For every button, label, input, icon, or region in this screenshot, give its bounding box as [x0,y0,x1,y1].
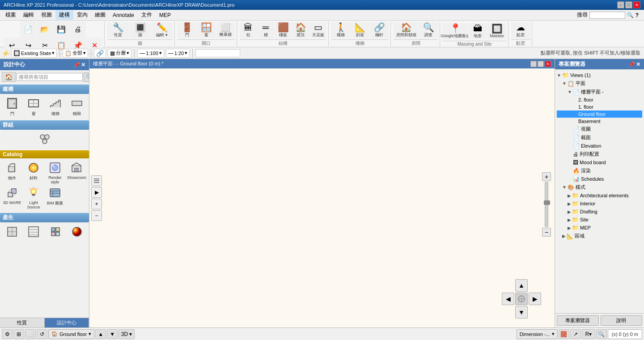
status-zoom-btn[interactable]: 🔍 [596,329,607,339]
tree-item-render[interactable]: 🔥 渲染 [557,166,642,175]
catalog-item-material[interactable]: 材料 [23,161,44,185]
status-3d-btn[interactable]: 3D ▾ [119,329,135,339]
tb-railing[interactable]: 🔗 欄杆 [370,22,389,38]
catalog-item-showroom[interactable]: Showroom [66,161,87,185]
tb-edit[interactable]: ✏️ 編輯 ▾ [151,22,173,38]
tb-room-area[interactable]: 🏠 房間和類積 [394,22,419,38]
tree-item-floor1[interactable]: 1. floor [557,103,642,110]
tb-wall[interactable]: 🔳 牆 [129,22,151,38]
catalog-item-3dware[interactable]: 3D WARE [2,186,22,210]
sidebar-item-window[interactable]: 窗 [23,97,44,118]
tree-item-styles[interactable]: ▼ 🎨 樣式 [557,183,642,191]
sidebar-item-group[interactable] [2,132,87,148]
status-snap-btn[interactable]: ⬜ [25,329,36,339]
tb-column[interactable]: 🏛 柱 [240,22,257,38]
tree-item-arch[interactable]: ▶ 📁 Architectural elements [557,191,642,200]
status-grid-btn[interactable]: ⊞ [13,329,24,339]
sidebar-search-input[interactable] [17,73,83,81]
tb-pointcloud[interactable]: ☁ 點雲 [511,22,530,38]
tb-print[interactable]: 🖨 [70,21,86,38]
nav-list-btn[interactable] [91,175,102,186]
sidebar-item-stair[interactable]: 樓梯 [45,97,66,118]
tree-item-elevation[interactable]: 📄 Elevation [557,142,642,150]
sidebar-search-button[interactable]: 🔍 [84,72,89,82]
generate-item-1[interactable] [2,225,22,240]
dimension-selector[interactable]: Dimension -... ▾ [517,329,558,339]
nav-zoom-plus-btn[interactable]: + [91,199,102,209]
tree-item-zone[interactable]: ▶ 📐 區域 [557,232,642,240]
generate-item-3[interactable] [45,225,66,240]
tb-stair[interactable]: 🚶 樓梯 [331,22,350,38]
help-icon[interactable]: ? [636,12,639,18]
tree-item-interior[interactable]: ▶ 📁 Interior [557,200,642,208]
zoom-minus-btn[interactable]: − [542,228,551,237]
right-panel-pin-icon[interactable]: 📌 [628,61,635,68]
status-down-btn[interactable]: ▼ [107,329,118,339]
pan-up-btn[interactable]: ▲ [515,279,528,292]
sidebar-tab-design-center[interactable]: 設計中心 [45,318,89,327]
catalog-item-object[interactable]: 物件 [2,161,22,185]
sidebar-home-button[interactable]: 🏠 [2,72,16,82]
tb-beam[interactable]: ═ 樑 [257,22,274,38]
menu-view[interactable]: 視圖 [38,10,55,20]
existing-state-selector[interactable]: 🔲 Existing State ▾ [11,49,57,58]
catalog-item-light[interactable]: Light Source [23,186,44,210]
pan-left-btn[interactable]: ◀ [502,293,514,305]
tree-item-basement[interactable]: Basement [557,118,642,125]
menu-document[interactable]: 文件 [138,10,156,20]
generate-item-4[interactable] [67,225,87,240]
pan-down-btn[interactable]: ▼ [515,306,528,319]
menu-build[interactable]: 建構 [55,10,73,20]
pan-right-btn[interactable]: ▶ [529,293,541,305]
status-brick-btn[interactable]: 🧱 [559,329,569,339]
tb-open[interactable]: 📂 [37,21,53,38]
tb-ceiling[interactable]: ▭ 天花板 [309,22,326,38]
tree-item-drafting[interactable]: ▶ 📁 Drafting [557,208,642,216]
menu-annotate[interactable]: Annotate [109,11,138,19]
sidebar-item-door[interactable]: 門 [2,97,22,118]
layers-selector[interactable]: 📋 全部 ▾ [63,49,88,58]
catalog-item-bim[interactable]: BIM 圖書 [45,186,65,210]
tb-save[interactable]: 💾 [53,21,69,38]
project-browser-tab[interactable]: 專案瀏覽器 [557,315,599,326]
zoom-plus-btn[interactable]: + [542,172,551,181]
status-rotate-btn[interactable]: ↺ [37,329,47,339]
tree-item-floor2[interactable]: 2. floor [557,96,642,103]
sidebar-item-corridor[interactable]: 輔廊 [67,97,87,118]
catalog-item-render[interactable]: Render style [45,161,65,185]
canvas-close-btn[interactable]: ✕ [545,61,551,67]
status-settings-btn[interactable]: ⚙ [2,329,13,339]
search-input[interactable] [589,12,625,19]
menu-file[interactable]: 檔案 [2,10,20,20]
maximize-button[interactable]: □ [625,1,632,8]
status-compass-btn[interactable]: ↗ [570,329,581,339]
tb-survey[interactable]: 🔍 調查 [419,22,438,38]
zoom-thumb[interactable] [544,200,550,205]
sidebar-pin-icon[interactable]: 📌 [73,62,80,68]
close-button[interactable]: ✕ [633,1,640,8]
tree-item-mood-board[interactable]: 🖼 Mood board [557,158,642,166]
tree-item-ground-floor[interactable]: Ground floor [557,110,642,118]
scale1-selector[interactable]: — 1:100 ▾ [137,49,164,58]
tb-door[interactable]: 🚪 門 [178,22,196,38]
help-tab[interactable]: 說明 [601,315,643,326]
menu-draw[interactable]: 繪圖 [91,10,109,20]
tb-roof[interactable]: 🏠 屋頂 [292,22,309,38]
zoom-slider[interactable] [545,182,548,227]
tree-item-floor-plan[interactable]: ▼ 📄 樓層平面 - [557,88,642,96]
tree-item-print[interactable]: 🖨 列印配置 [557,150,642,158]
tree-item-schedules[interactable]: 📊 Schedules [557,175,642,183]
generate-item-2[interactable] [23,225,44,240]
tb-masses[interactable]: 🔲 Masses [487,23,506,39]
link-icon-btn[interactable]: 🔗 [94,49,106,58]
layers-icon-btn[interactable]: ▦ 分層 ▾ [108,49,131,58]
menu-mep[interactable]: MEP [156,11,174,19]
tb-curtain-wall[interactable]: ⬜ 帷幕牆 [216,22,235,38]
tree-item-site[interactable]: ▶ 📁 Site [557,216,642,224]
canvas-maximize-btn[interactable]: □ [538,61,544,67]
sidebar-tab-properties[interactable]: 性質 [0,318,45,327]
canvas-content[interactable]: ▶ + − ▲ ◀ ▶ ▼ + [89,68,555,327]
tree-item-view[interactable]: 📄 視圖 [557,125,642,133]
menu-interior[interactable]: 室內 [73,10,91,20]
props-input[interactable] [195,49,240,57]
